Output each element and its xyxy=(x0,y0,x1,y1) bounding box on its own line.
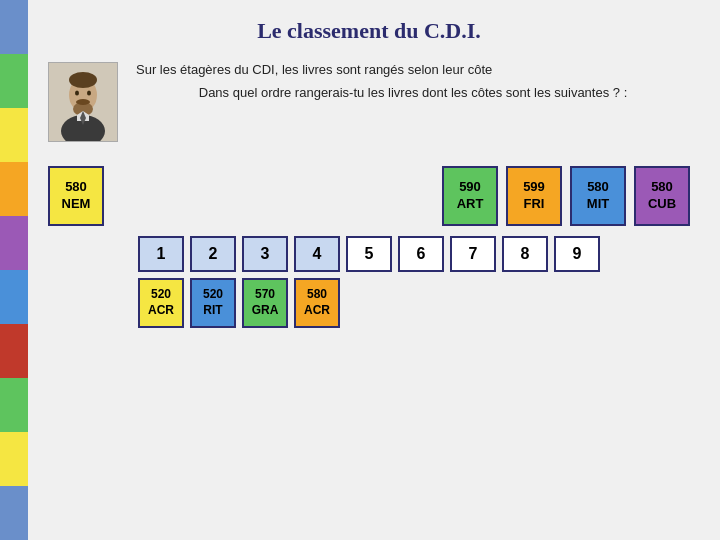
answer-book-570-gra[interactable]: 570GRA xyxy=(242,278,288,328)
slot-7[interactable]: 7 xyxy=(450,236,496,272)
left-strips xyxy=(0,0,28,540)
slot-1[interactable]: 1 xyxy=(138,236,184,272)
portrait-container xyxy=(48,62,118,142)
empty-slot-8 xyxy=(502,278,548,328)
book-580-cub[interactable]: 580CUB xyxy=(634,166,690,226)
strip-4 xyxy=(0,162,28,216)
svg-point-6 xyxy=(75,91,79,96)
book-580-mit[interactable]: 580MIT xyxy=(570,166,626,226)
text-section: Sur les étagères du CDI, les livres sont… xyxy=(136,62,690,100)
main-content: Le classement du C.D.I. xyxy=(28,0,720,540)
svg-point-7 xyxy=(87,91,91,96)
strip-8 xyxy=(0,378,28,432)
slot-2[interactable]: 2 xyxy=(190,236,236,272)
slot-8[interactable]: 8 xyxy=(502,236,548,272)
book-599-fri[interactable]: 599FRI xyxy=(506,166,562,226)
answer-book-520-rit[interactable]: 520RIT xyxy=(190,278,236,328)
page-title: Le classement du C.D.I. xyxy=(48,18,690,44)
slot-5[interactable]: 5 xyxy=(346,236,392,272)
slot-6[interactable]: 6 xyxy=(398,236,444,272)
portrait-image xyxy=(48,62,118,142)
strip-10 xyxy=(0,486,28,540)
empty-slot-5 xyxy=(346,278,392,328)
answer-books-row: 520ACR 520RIT 570GRA 580ACR xyxy=(48,278,690,328)
svg-point-8 xyxy=(76,99,90,105)
empty-slot-9 xyxy=(554,278,600,328)
strip-2 xyxy=(0,54,28,108)
strip-1 xyxy=(0,0,28,54)
answer-book-580-acr[interactable]: 580ACR xyxy=(294,278,340,328)
slot-3[interactable]: 3 xyxy=(242,236,288,272)
empty-slot-6 xyxy=(398,278,444,328)
slot-4[interactable]: 4 xyxy=(294,236,340,272)
strip-9 xyxy=(0,432,28,486)
slots-row: 1 2 3 4 5 6 7 8 9 xyxy=(48,236,690,272)
strip-7 xyxy=(0,324,28,378)
svg-point-4 xyxy=(69,72,97,88)
answer-book-520-acr[interactable]: 520ACR xyxy=(138,278,184,328)
empty-slot-7 xyxy=(450,278,496,328)
slot-9[interactable]: 9 xyxy=(554,236,600,272)
book-590-art[interactable]: 590ART xyxy=(442,166,498,226)
intro-text: Sur les étagères du CDI, les livres sont… xyxy=(136,62,690,77)
question-text: Dans quel ordre rangerais-tu les livres … xyxy=(136,85,690,100)
strip-3 xyxy=(0,108,28,162)
strip-6 xyxy=(0,270,28,324)
books-area: 580NEM 590ART 599FRI 580MIT 580CUB xyxy=(48,166,690,226)
portrait-svg xyxy=(49,63,117,141)
top-section: Sur les étagères du CDI, les livres sont… xyxy=(48,62,690,142)
strip-5 xyxy=(0,216,28,270)
book-580-nem[interactable]: 580NEM xyxy=(48,166,104,226)
